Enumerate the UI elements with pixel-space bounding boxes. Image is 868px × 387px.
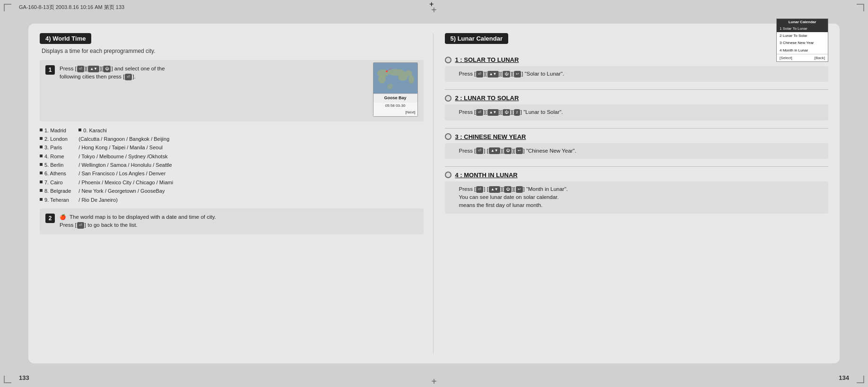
btn-s4-4: ↩ [516,186,523,193]
list-item: / Hong Kong / Taipei / Manila / Seoul [78,144,173,151]
city-list-left: 1. Madrid 2. London 3. Paris 4. Rome 5. … [40,127,71,204]
btn-icon-1: ⏎ [77,66,84,72]
city-name: 1. Madrid [44,127,66,134]
map-time-label: 05:58 03-30 [373,103,417,109]
city-name: 6. Athens [44,170,66,177]
lunar-step-4: Press [⏎] [▲▼][⏻][↩] "Month in Lunar". Y… [445,181,829,214]
map-thumbnail: Goose Bay 05:58 03-30 [Next] [373,62,418,117]
radio-circle-2 [445,95,451,102]
lunar-item-4: 4 : MONTH IN LUNAR Press [⏎] [▲▼][⏻][↩] … [445,172,829,214]
list-item: / Phoenix / Mexico City / Chicago / Miam… [78,179,173,186]
city-list-right: 0. Karachi (Calcutta / Rangoon / Bangkok… [78,127,173,204]
step2-number: 2 [45,214,55,223]
lunar-step-3: Press [⏎] [▲▼][⏻][↩] "Chinese New Year". [445,143,829,159]
lunar-step-1: Press [⏎][▲▼][⏻][↩] "Solar to Lunar". [445,66,829,82]
lunar-divider-2 [445,128,829,129]
city-name: 4. Rome [44,153,64,160]
right-panel: 5) Lunar Calendar Lunar Calendar 1 Solar… [434,33,829,354]
btn-s2-2: ▲▼ [487,109,499,116]
radio-circle-1 [445,57,451,63]
btn-icon-3: ⏻ [103,66,111,72]
list-item: 3. Paris [40,144,71,151]
list-item: 9. Teheran [40,197,71,204]
city-name: / Phoenix / Mexico City / Chicago / Miam… [78,179,173,186]
corner-mark-br [857,376,864,383]
lunar-calendar-header: 5) Lunar Calendar [445,33,829,48]
bullet [40,146,43,148]
lunar-cal-item-1: 1 Solar To Lunar [777,25,828,32]
lunar-divider-3 [445,166,829,167]
list-item: / San Francisco / Los Angles / Denver [78,170,173,177]
btn-s1-3: ⏻ [503,71,510,77]
btn-s4-2: ▲▼ [489,186,500,193]
svg-point-2 [378,74,386,84]
lunar-item-4-title: 4 : MONTH IN LUNAR [455,172,518,179]
map-box: Goose Bay 05:58 03-30 [Next] [373,62,418,117]
lunar-cal-back: [Back] [815,56,825,60]
step1-content: Goose Bay 05:58 03-30 [Next] Press [⏎][▲… [60,65,418,117]
lunar-cal-thumbnail: Lunar Calendar 1 Solar To Lunar 2 Lunar … [776,18,828,62]
bullet [40,198,43,201]
btn-s3-2: ▲▼ [489,147,500,154]
lunar-item-3: 3 : CHINESE NEW YEAR Press [⏎] [▲▼][⏻][↩… [445,133,829,159]
bullet [40,163,43,166]
radio-circle-4 [445,172,451,178]
city-name: / Hong Kong / Taipei / Manila / Seoul [78,144,163,151]
map-image [373,63,418,94]
lunar-cal-item-3: 3 Chinese New Year [777,39,828,46]
top-bar: GA-160-8-13页 2003.8.16 10:16 AM 第页 133 [19,4,124,11]
city-name: / San Francisco / Los Angles / Denver [78,170,165,177]
world-map-svg [373,63,418,94]
lunar-cal-item-2: 2 Lunar To Solar [777,32,828,39]
bullet [40,129,43,131]
step2-content: 🍎 The world map is to be displayed with … [60,213,418,230]
main-content: 4) World Time Displays a time for each p… [28,24,840,363]
lunar-item-3-title: 3 : CHINESE NEW YEAR [455,133,526,140]
city-name: / Tokyo / Melbourne / Sydney /Okhotsk [78,153,167,160]
page-number-right: 134 [839,374,849,381]
crosshair-bottom: + [431,376,437,387]
map-city-label: Goose Bay [373,94,417,103]
world-time-subtitle: Displays a time for each preprogrammed c… [42,48,424,54]
city-name: 0. Karachi [83,127,107,134]
world-time-title: 4) World Time [40,33,91,44]
apple-icon: 🍎 [60,214,66,220]
lunar-item-2: 2 : LUNAR TO SOLAR Press [⏎][▲▼][⏻][2] "… [445,95,829,120]
btn-s1-1: ⏎ [476,71,483,77]
city-name: 2. London [44,136,68,143]
bullet [40,181,43,183]
bullet [40,155,43,157]
lunar-cal-thumb-title: Lunar Calendar [777,19,828,25]
lunar-cal-select: [Select] [780,56,792,60]
btn-icon-4: ⏎ [125,74,132,80]
world-time-header: 4) World Time [40,33,424,48]
city-name: (Calcutta / Rangoon / Bangkok / Beijing [78,136,169,143]
crosshair-top: + [429,0,439,19]
btn-s4-3: ⏻ [504,186,512,193]
list-item: 4. Rome [40,153,71,160]
corner-mark-tl [4,4,11,11]
city-name: / Rio De Janeiro) [78,197,118,204]
list-item: 5. Berlin [40,162,71,169]
top-bar-text: GA-160-8-13页 2003.8.16 10:16 AM 第页 133 [19,4,124,10]
btn-s2-4: 2 [514,109,520,116]
list-item: 0. Karachi [78,127,173,134]
bullet [78,129,81,131]
city-name: / New York / Georgetown / GooseBay [78,188,165,195]
btn-s2-1: ⏎ [476,109,483,116]
city-name: 5. Berlin [44,162,63,169]
step1-number: 1 [45,65,55,75]
map-next-label: [Next] [373,109,417,116]
city-name: 9. Teheran [44,197,69,204]
lunar-item-1-header: 1 : SOLAR TO LUNAR [445,56,771,63]
list-item: 7. Cairo [40,179,71,186]
btn-s3-4: ↩ [516,147,523,154]
btn-icon-2: ▲▼ [88,66,99,72]
lunar-item-3-header: 3 : CHINESE NEW YEAR [445,133,829,140]
lunar-item-4-header: 4 : MONTH IN LUNAR [445,172,829,179]
city-name: 7. Cairo [44,179,63,186]
svg-point-7 [387,84,393,89]
step2-box: 2 🍎 The world map is to be displayed wit… [40,208,424,234]
city-name: / Wellington / Samoa / Honolulu / Seattl… [78,162,172,169]
svg-point-6 [408,75,414,84]
